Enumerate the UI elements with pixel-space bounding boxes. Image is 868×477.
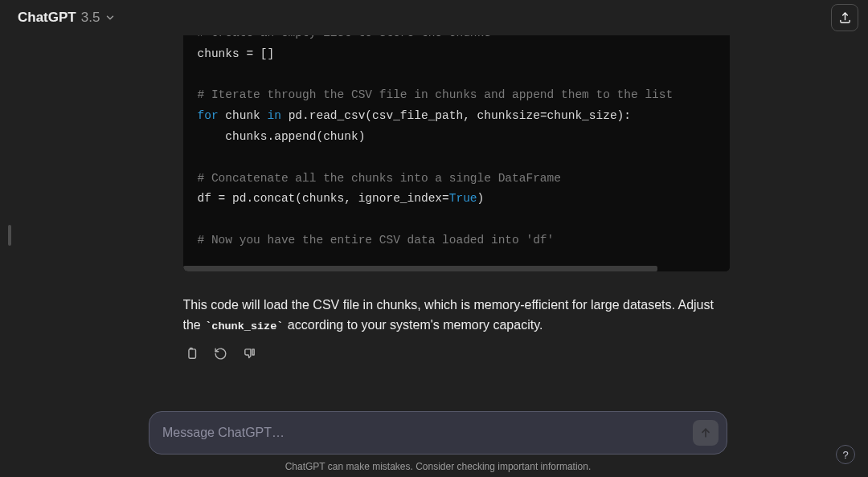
chat-input-container[interactable]: [149, 411, 727, 455]
copy-button[interactable]: [183, 344, 201, 362]
model-version: 3.5: [81, 10, 100, 26]
send-button[interactable]: [693, 420, 719, 446]
chevron-down-icon: [104, 12, 116, 23]
help-button[interactable]: ?: [836, 445, 855, 464]
thumbs-down-icon: [243, 347, 256, 361]
composer-area: ChatGPT can make mistakes. Consider chec…: [149, 411, 727, 477]
conversation-content: # Create an empty list to store the chun…: [183, 35, 730, 411]
share-button[interactable]: [831, 4, 858, 31]
svg-rect-1: [189, 349, 196, 358]
inline-code: `chunk_size`: [204, 320, 284, 332]
main-column: # Create an empty list to store the chun…: [0, 35, 868, 477]
message-actions: [183, 344, 730, 362]
help-label: ?: [842, 449, 848, 461]
code-scroll-area[interactable]: # Create an empty list to store the chun…: [183, 35, 730, 266]
model-selector[interactable]: ChatGPT 3.5: [10, 5, 124, 31]
paragraph-part2: according to your system's memory capaci…: [284, 318, 542, 332]
clipboard-icon: [185, 347, 199, 361]
code-block: # Create an empty list to store the chun…: [183, 35, 730, 271]
thumbs-down-button[interactable]: [241, 344, 259, 362]
header-bar: ChatGPT 3.5: [0, 0, 868, 35]
disclaimer-text: ChatGPT can make mistakes. Consider chec…: [149, 461, 727, 472]
upload-icon: [838, 11, 852, 25]
assistant-paragraph: This code will load the CSV file in chun…: [183, 296, 730, 336]
refresh-icon: [214, 347, 227, 361]
model-name: ChatGPT: [18, 10, 76, 26]
code-horizontal-scrollbar[interactable]: [183, 266, 730, 271]
chat-input[interactable]: [162, 426, 693, 440]
regenerate-button[interactable]: [212, 344, 230, 362]
code-text: # Create an empty list to store the chun…: [183, 35, 730, 266]
arrow-up-icon: [699, 426, 712, 439]
scrollbar-thumb[interactable]: [183, 266, 657, 271]
